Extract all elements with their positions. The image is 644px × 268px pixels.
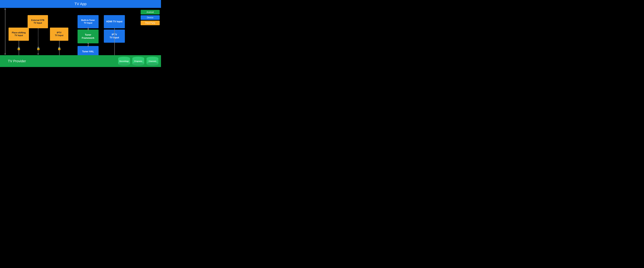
hdmi-tv-input-box: HDMI TV Input <box>104 15 125 28</box>
tuner-bidirectional-arrow <box>88 28 88 30</box>
legend-device: Device <box>141 15 160 20</box>
iptv-left-box: IPTVTV Input <box>50 28 68 41</box>
lock-icon-1: 🔒 <box>17 47 21 50</box>
programs-label: Programs <box>132 60 144 62</box>
left-vertical-arrow <box>5 9 6 54</box>
recordings-label: Recordings <box>118 60 130 62</box>
database-cylinders: Recordings Programs Channels <box>118 57 158 66</box>
tuner-hal-arrow <box>88 43 88 46</box>
built-in-tuner-box: Built-in-TunerTV Input <box>78 15 98 28</box>
lock-icon-2: 🔒 <box>36 47 40 50</box>
tv-app-header: TV App <box>0 0 161 8</box>
channels-label: Channels <box>147 60 158 62</box>
recordings-db: Recordings <box>118 57 130 66</box>
tv-app-title: TV App <box>74 2 86 6</box>
legend: Android Device Third Party <box>141 10 160 25</box>
diagram-area: Place-shiftingTV Input External STBTV In… <box>0 8 138 55</box>
programs-db: Programs <box>132 57 144 66</box>
legend-android: Android <box>141 10 160 14</box>
channels-db: Channels <box>146 57 158 66</box>
external-stb-box: External STBTV Input <box>28 15 48 28</box>
tv-provider-footer: TV Provider Recordings Programs Channels <box>0 55 161 67</box>
place-shifting-box: Place-shiftingTV Input <box>8 28 29 41</box>
tuner-framework-box: TunerFramework <box>78 30 98 43</box>
legend-third-party: Third Party <box>141 21 160 25</box>
tv-provider-title: TV Provider <box>8 59 26 63</box>
lock-icon-3: 🔒 <box>57 47 61 50</box>
